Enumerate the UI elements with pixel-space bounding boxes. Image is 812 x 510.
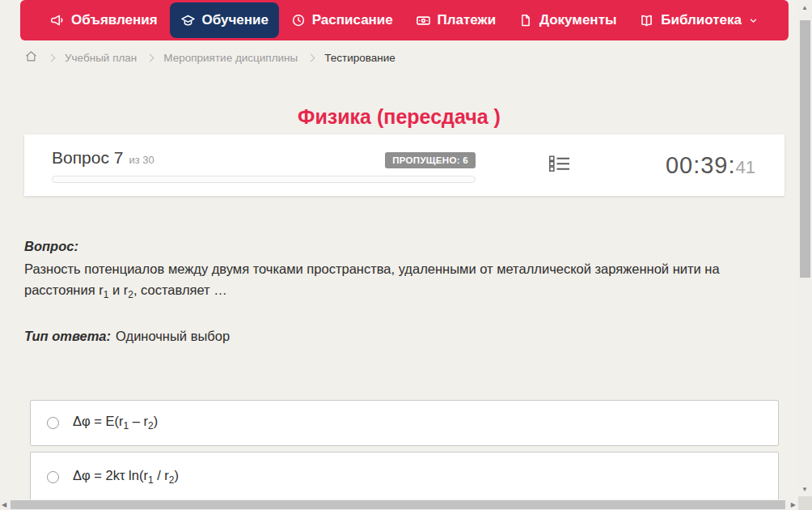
answer-type-value: Одиночный выбор [116,329,230,343]
timer-seconds: 41 [736,157,755,178]
breadcrumb-link-discipline-event[interactable]: Мероприятие дисциплины [163,52,298,64]
timer-hours-minutes: 00:39: [666,152,736,179]
scroll-down-arrow-icon[interactable]: ▼ [801,487,808,493]
nav-item-announcements[interactable]: Объявления [40,2,168,38]
page-title: Физика (пересдача ) [0,105,798,129]
nav-item-label: Расписание [312,12,393,28]
answer-option-2[interactable]: Δφ = 2kτ ln(r1 / r2) [30,452,779,499]
clock-icon [291,13,306,28]
question-total: из 30 [129,154,154,166]
skipped-badge: ПРОПУЩЕНО: 6 [385,152,476,168]
scroll-left-arrow-icon[interactable]: ◀ [2,502,6,508]
home-icon[interactable] [24,49,38,66]
quiz-header-card: Вопрос 7 из 30 ПРОПУЩЕНО: 6 00:39: 41 [24,134,785,196]
scroll-up-arrow-icon[interactable]: ▲ [801,5,808,11]
answer-option-1[interactable]: Δφ = E(r1 – r2) [30,400,779,446]
radio-button[interactable] [47,471,59,483]
page-content: Объявления Обучение Расписание Платежи [0,0,798,499]
answer-type-line: Тип ответа:Одиночный выбор [24,329,230,344]
question-label: Вопрос: [24,236,779,257]
scroll-right-arrow-icon[interactable]: ▶ [791,502,796,508]
nav-item-label: Обучение [202,12,269,28]
question-list-button[interactable] [548,154,571,176]
nav-item-label: Платежи [438,12,497,28]
nav-item-schedule[interactable]: Расписание [281,2,404,38]
breadcrumb-separator [307,54,315,62]
answer-type-label: Тип ответа: [24,329,111,343]
scrollbar-corner [798,496,812,510]
horizontal-scrollbar-thumb[interactable] [11,500,785,509]
nav-item-library[interactable]: Библиотека [628,2,769,38]
megaphone-icon [50,13,65,28]
testing-page: Объявления Обучение Расписание Платежи [0,0,812,510]
nav-item-payments[interactable]: Платежи [405,2,507,38]
breadcrumb-current: Тестирование [324,52,395,64]
question-number: Вопрос 7 [52,148,123,168]
book-icon [639,13,654,28]
horizontal-scrollbar[interactable]: ◀ ▶ [0,499,798,510]
breadcrumb: Учебный план Мероприятие дисциплины Тест… [24,49,395,66]
vertical-scrollbar[interactable]: ▲ ▼ [798,0,812,496]
vertical-scrollbar-thumb[interactable] [800,20,810,278]
answer-formula: Δφ = E(r1 – r2) [73,414,158,431]
question-text: Разность потенциалов между двумя точками… [24,261,720,297]
nav-item-learning[interactable]: Обучение [170,2,279,38]
radio-button[interactable] [47,417,59,429]
breadcrumb-separator [48,54,56,62]
breadcrumb-separator [146,54,154,62]
nav-item-label: Документы [539,12,617,28]
question-list-icon [548,154,571,176]
timer: 00:39: 41 [666,152,755,179]
question-block: Вопрос: Разность потенциалов между двумя… [24,236,779,305]
quiz-progress-bar [52,176,476,183]
graduation-cap-icon [180,13,196,28]
banknote-icon [416,13,431,28]
main-nav: Объявления Обучение Расписание Платежи [20,0,789,40]
quiz-progress-block: Вопрос 7 из 30 ПРОПУЩЕНО: 6 [52,148,476,183]
chevron-down-icon [748,15,759,26]
answer-formula: Δφ = 2kτ ln(r1 / r2) [73,468,179,486]
nav-item-label: Библиотека [661,12,742,28]
nav-item-label: Объявления [71,12,158,28]
document-icon [518,13,533,28]
nav-item-documents[interactable]: Документы [508,2,628,38]
answer-options: Δφ = E(r1 – r2) Δφ = 2kτ ln(r1 / r2) [30,400,779,499]
breadcrumb-link-curriculum[interactable]: Учебный план [65,52,137,64]
